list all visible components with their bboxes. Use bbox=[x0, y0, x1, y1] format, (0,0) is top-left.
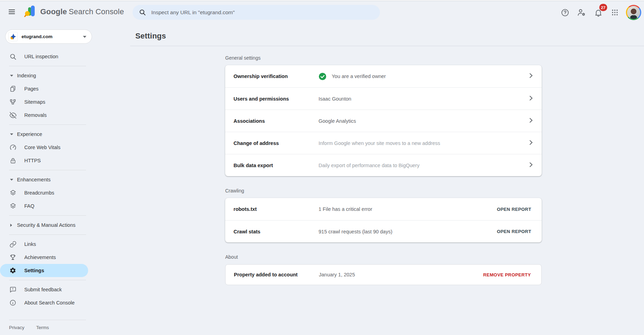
divider bbox=[9, 66, 86, 66]
sidebar-item-about-search-console[interactable]: About Search Console bbox=[0, 296, 88, 309]
chevron-right-icon bbox=[529, 73, 533, 79]
sidebar-section-indexing[interactable]: Indexing bbox=[0, 69, 130, 82]
section-label-crawling: Crawling bbox=[225, 188, 542, 194]
lock-icon bbox=[9, 157, 17, 164]
chevron-right-icon bbox=[529, 96, 533, 102]
app-logo[interactable]: GoogleSearch Console bbox=[24, 5, 124, 19]
sidebar-footer: Privacy Terms bbox=[0, 317, 130, 335]
sidebar-item-pages[interactable]: Pages bbox=[0, 82, 88, 95]
sidebar-item-breadcrumbs[interactable]: Breadcrumbs bbox=[0, 186, 88, 199]
sidebar-item-links[interactable]: Links bbox=[0, 238, 88, 251]
sidebar-item-achievements[interactable]: Achievements bbox=[0, 251, 88, 264]
divider bbox=[9, 170, 86, 170]
row-robots-txt[interactable]: robots.txt 1 File has a critical error O… bbox=[225, 198, 542, 220]
feedback-icon bbox=[9, 286, 17, 293]
sidebar-section-security-manual-actions[interactable]: Security & Manual Actions bbox=[0, 218, 130, 232]
chevron-right-icon bbox=[529, 162, 533, 169]
sitemap-icon bbox=[9, 98, 17, 105]
property-selector[interactable]: etugrand.com bbox=[5, 29, 92, 44]
account-avatar[interactable] bbox=[626, 5, 641, 20]
open-report-button[interactable]: OPEN REPORT bbox=[495, 204, 533, 215]
layers-icon bbox=[9, 203, 17, 210]
sidebar-item-https[interactable]: HTTPS bbox=[0, 154, 88, 167]
search-icon bbox=[9, 53, 17, 60]
terms-link[interactable]: Terms bbox=[36, 325, 49, 330]
remove-property-button[interactable]: REMOVE PROPERTY bbox=[482, 269, 532, 280]
sidebar-nav: URL inspection Indexing Pages Sitemaps R… bbox=[0, 50, 130, 309]
divider bbox=[9, 280, 86, 280]
row-users-and-permissions[interactable]: Users and permissions Isaac Gounton bbox=[225, 87, 542, 110]
sidebar-item-sitemaps[interactable]: Sitemaps bbox=[0, 95, 88, 109]
chevron-right-icon bbox=[529, 118, 533, 124]
search-input[interactable] bbox=[151, 9, 374, 16]
divider bbox=[9, 215, 86, 216]
sidebar-item-url-inspection[interactable]: URL inspection bbox=[0, 50, 88, 63]
sidebar-item-submit-feedback[interactable]: Submit feedback bbox=[0, 283, 88, 296]
header-actions: 27 bbox=[558, 5, 641, 20]
google-apps-grid-icon[interactable] bbox=[608, 6, 622, 19]
search-console-logo-icon bbox=[24, 5, 37, 19]
section-label-about: About bbox=[225, 254, 542, 260]
sidebar-item-settings[interactable]: Settings bbox=[0, 264, 88, 277]
verified-check-icon bbox=[319, 72, 327, 80]
main-content: Settings General settings Ownership veri… bbox=[130, 23, 644, 335]
caret-down-icon bbox=[10, 178, 14, 181]
sidebar-item-faq[interactable]: FAQ bbox=[0, 199, 88, 213]
chevron-right-icon bbox=[529, 140, 533, 146]
caret-down-icon bbox=[10, 133, 14, 136]
help-icon[interactable] bbox=[558, 6, 572, 19]
avatar-photo bbox=[627, 6, 640, 19]
crawling-card: robots.txt 1 File has a critical error O… bbox=[225, 198, 542, 242]
link-icon bbox=[9, 241, 17, 248]
app-title: GoogleSearch Console bbox=[40, 7, 124, 16]
gear-icon bbox=[9, 267, 17, 274]
row-change-of-address[interactable]: Change of address Inform Google when you… bbox=[225, 132, 542, 154]
sidebar-item-core-web-vitals[interactable]: Core Web Vitals bbox=[0, 141, 88, 154]
search-icon bbox=[139, 9, 146, 16]
row-bulk-data-export[interactable]: Bulk data export Daily export of perform… bbox=[225, 154, 542, 176]
title-divider bbox=[130, 46, 644, 46]
property-favicon bbox=[8, 32, 18, 41]
user-settings-icon[interactable] bbox=[575, 6, 588, 19]
eye-off-icon bbox=[9, 112, 17, 119]
general-settings-card: Ownership verification You are a verifie… bbox=[225, 65, 542, 176]
trophy-icon bbox=[9, 254, 17, 261]
layers-icon bbox=[9, 189, 17, 197]
open-report-button[interactable]: OPEN REPORT bbox=[495, 226, 533, 237]
top-app-bar: GoogleSearch Console 27 bbox=[0, 1, 644, 23]
pages-icon bbox=[9, 85, 17, 92]
row-property-added: Property added to account January 1, 202… bbox=[226, 265, 541, 285]
row-crawl-stats[interactable]: Crawl stats 915 crawl requests (last 90 … bbox=[225, 220, 542, 242]
notification-count-badge: 27 bbox=[599, 4, 607, 11]
sidebar-item-removals[interactable]: Removals bbox=[0, 109, 88, 122]
divider bbox=[9, 124, 86, 125]
gauge-icon bbox=[9, 144, 17, 151]
row-ownership-verification[interactable]: Ownership verification You are a verifie… bbox=[225, 65, 542, 87]
sidebar-section-enhancements[interactable]: Enhancements bbox=[0, 173, 130, 186]
url-inspection-search-bar[interactable] bbox=[133, 5, 380, 20]
privacy-link[interactable]: Privacy bbox=[9, 325, 24, 330]
window-top-edge bbox=[0, 0, 644, 1]
property-name: etugrand.com bbox=[22, 34, 83, 39]
row-associations[interactable]: Associations Google Analytics bbox=[225, 110, 542, 132]
info-icon bbox=[9, 299, 17, 306]
caret-down-icon bbox=[10, 74, 14, 77]
caret-right-icon bbox=[10, 223, 14, 227]
about-card: Property added to account January 1, 202… bbox=[225, 264, 542, 285]
divider bbox=[9, 234, 86, 235]
menu-icon[interactable] bbox=[5, 5, 19, 19]
sidebar: etugrand.com URL inspection Indexing Pag… bbox=[0, 23, 130, 335]
page-title: Settings bbox=[135, 32, 644, 41]
notifications-bell-icon[interactable]: 27 bbox=[591, 6, 605, 19]
sidebar-section-experience[interactable]: Experience bbox=[0, 128, 130, 141]
chevron-down-icon bbox=[83, 35, 87, 38]
section-label-general-settings: General settings bbox=[225, 55, 542, 61]
